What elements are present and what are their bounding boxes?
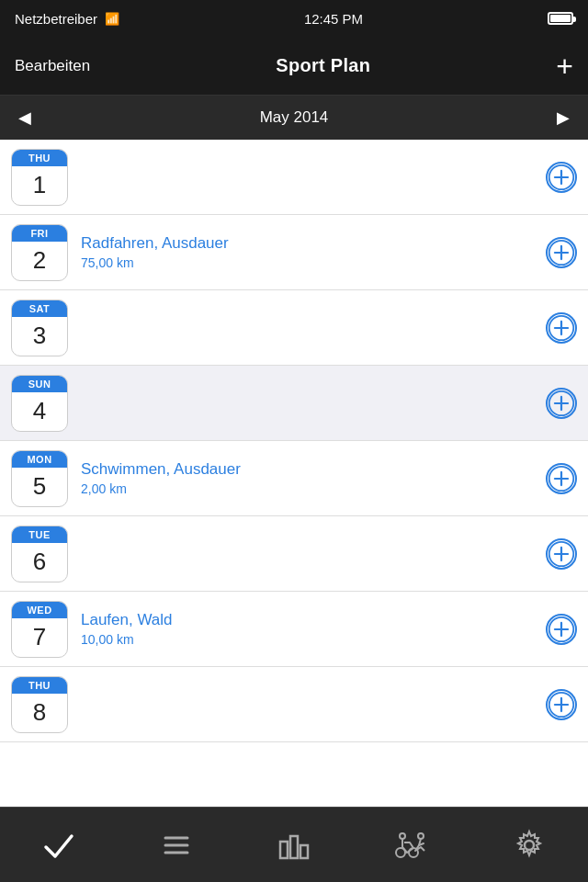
event-detail: 10,00 km	[81, 632, 537, 647]
day-of-week: Tue	[12, 526, 67, 543]
day-icon: Tue6	[11, 526, 68, 582]
event-title: Radfahren, Ausdauer	[81, 234, 537, 253]
day-of-month: 6	[12, 543, 67, 582]
add-event-button[interactable]	[546, 237, 577, 268]
calendar-list: Thu1Fri2Radfahren, Ausdauer75,00 kmSat3S…	[0, 140, 588, 742]
day-row: Mon5Schwimmen, Ausdauer2,00 km	[0, 441, 588, 516]
day-of-month: 7	[12, 618, 67, 657]
day-of-week: Sat	[12, 300, 67, 317]
status-time: 12:45 PM	[304, 11, 363, 27]
status-carrier-wifi: Netzbetreiber 📶	[15, 11, 119, 27]
add-event-button[interactable]	[546, 614, 577, 645]
event-content: Laufen, Wald10,00 km	[81, 611, 537, 647]
prev-month-button[interactable]: ◀	[18, 107, 31, 128]
svg-rect-29	[300, 845, 308, 858]
month-bar: ◀ May 2014 ▶	[0, 96, 588, 140]
day-of-week: Mon	[12, 451, 67, 468]
add-event-button[interactable]	[546, 689, 577, 720]
tab-settings[interactable]	[470, 808, 588, 882]
day-icon: Fri2	[11, 224, 68, 281]
day-of-month: 3	[12, 317, 67, 356]
svg-rect-28	[290, 836, 298, 858]
svg-point-30	[400, 833, 405, 839]
tab-bar	[0, 807, 588, 882]
event-title: Laufen, Wald	[81, 611, 537, 629]
day-of-week: Thu	[12, 150, 67, 166]
battery-icon	[548, 12, 573, 25]
nav-bar: Bearbeiten Sport Plan +	[0, 37, 588, 96]
day-of-month: 2	[12, 242, 67, 280]
day-of-month: 8	[12, 694, 67, 732]
day-row: Sat3	[0, 290, 588, 366]
day-icon: Thu1	[11, 149, 68, 206]
add-event-button[interactable]	[546, 388, 577, 419]
day-icon: Wed7	[11, 601, 68, 658]
back-button[interactable]: Bearbeiten	[15, 57, 90, 75]
day-row: Thu1	[0, 140, 588, 215]
event-title: Schwimmen, Ausdauer	[81, 460, 537, 479]
add-event-button[interactable]	[546, 162, 577, 193]
day-icon: Thu8	[11, 676, 68, 733]
event-detail: 75,00 km	[81, 255, 537, 270]
day-row: Tue6	[0, 516, 588, 592]
day-of-month: 1	[12, 166, 67, 205]
event-content: Radfahren, Ausdauer75,00 km	[81, 234, 537, 270]
svg-point-33	[418, 833, 424, 839]
wifi-icon: 📶	[105, 12, 119, 26]
add-event-button[interactable]	[546, 463, 577, 494]
page-title: Sport Plan	[276, 55, 370, 76]
svg-rect-27	[280, 842, 288, 858]
day-of-week: Fri	[12, 225, 67, 242]
day-row: Sun4	[0, 366, 588, 441]
add-event-button[interactable]	[546, 538, 577, 570]
next-month-button[interactable]: ▶	[557, 107, 570, 128]
event-content: Schwimmen, Ausdauer2,00 km	[81, 460, 537, 496]
day-of-week: Thu	[12, 677, 67, 694]
day-row: Thu8	[0, 667, 588, 742]
day-of-week: Sun	[12, 376, 67, 392]
svg-point-35	[525, 841, 534, 850]
add-event-button[interactable]	[546, 312, 577, 344]
day-row: Wed7Laufen, Wald10,00 km	[0, 592, 588, 667]
day-of-week: Wed	[12, 602, 67, 618]
status-bar: Netzbetreiber 📶 12:45 PM	[0, 0, 588, 37]
tab-list[interactable]	[118, 808, 235, 882]
day-of-month: 5	[12, 468, 67, 506]
day-icon: Mon5	[11, 450, 68, 507]
day-row: Fri2Radfahren, Ausdauer75,00 km	[0, 215, 588, 290]
event-detail: 2,00 km	[81, 481, 537, 496]
month-label: May 2014	[260, 108, 329, 127]
carrier-label: Netzbetreiber	[15, 11, 97, 27]
tab-activity[interactable]	[353, 808, 470, 882]
day-icon: Sat3	[11, 300, 68, 356]
tab-checkmark[interactable]	[0, 808, 118, 882]
add-button[interactable]: +	[556, 51, 573, 81]
day-of-month: 4	[12, 392, 67, 431]
day-icon: Sun4	[11, 375, 68, 432]
tab-chart[interactable]	[235, 808, 353, 882]
